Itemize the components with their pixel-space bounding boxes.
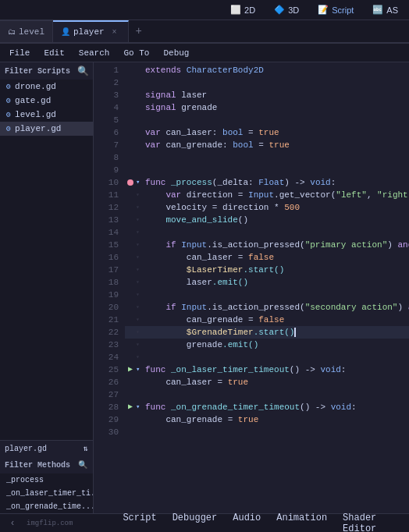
scripts-section: Filter Scripts 🔍 ⚙ drone.gd ⚙ gate.gd ⚙ … — [0, 62, 93, 440]
code-line-6: var can_laser: bool = true — [125, 126, 409, 139]
token-26-0: can_laser — [145, 378, 212, 387]
menu-edit[interactable]: Edit — [37, 47, 70, 59]
line-number-8: 8 — [97, 151, 119, 164]
code-line-23: ▾ grenade.emit() — [125, 339, 409, 351]
bottom-tab-debugger[interactable]: Debugger — [168, 511, 222, 533]
token-3-1: laser — [181, 90, 207, 100]
btn-2d[interactable]: ⬜ 2D — [226, 3, 260, 16]
tab-level[interactable]: 🗂 level — [0, 20, 53, 42]
token-1-1: CharacterBody2D — [187, 66, 264, 75]
fold-icon-11: ▾ — [136, 189, 145, 201]
token-28-3: void — [331, 403, 351, 412]
token-25-1: _on_laser_timer_timeout — [171, 365, 290, 374]
player-file-icon: ⚙ — [6, 124, 11, 133]
code-tokens-7: var can_grenade: bool = true — [145, 139, 290, 151]
line-number-17: 17 — [97, 264, 119, 276]
token-15-2: .is_action_pressed( — [207, 240, 304, 250]
menu-goto[interactable]: Go To — [117, 47, 155, 59]
token-25-2: () -> — [290, 365, 321, 374]
2d-icon: ⬜ — [230, 5, 241, 15]
bottom-tab-script[interactable]: Script — [118, 511, 161, 533]
bottom-tab-shader[interactable]: Shader Editor — [338, 511, 404, 533]
token-17-0 — [145, 265, 187, 275]
code-tokens-26: can_laser = true — [145, 376, 248, 388]
menu-search[interactable]: Search — [73, 47, 116, 59]
token-10-6: ) -> — [284, 178, 310, 187]
tab-player[interactable]: 👤 player × — [53, 20, 129, 42]
methods-sort-icon[interactable]: ⇅ — [84, 444, 88, 453]
menu-file[interactable]: File — [3, 47, 36, 59]
method-laser-timer[interactable]: _on_laser_timer_ti... — [0, 487, 93, 500]
code-line-16: ▾ can_laser = false — [125, 251, 409, 264]
scripts-header: Filter Scripts 🔍 — [0, 62, 93, 80]
code-line-8 — [125, 151, 409, 164]
line-number-20: 20 — [97, 301, 119, 314]
btn-script[interactable]: 📝 Script — [313, 3, 358, 16]
fold-icon-28[interactable]: ▾ — [136, 401, 145, 413]
token-23-1: .emit() — [222, 340, 258, 349]
code-tokens-4: signal grenade — [145, 101, 217, 114]
bottom-tab-audio[interactable]: Audio — [228, 511, 265, 533]
top-toolbar: ⬜ 2D 🔷 3D 📝 Script 🔤 AS — [0, 0, 409, 20]
sidebar-item-gate[interactable]: ⚙ gate.gd — [0, 94, 93, 108]
method-process[interactable]: _process — [0, 473, 93, 487]
fold-icon-13: ▾ — [136, 214, 145, 226]
watermark: imgflip.com — [23, 518, 76, 529]
token-25-4: : — [341, 365, 347, 374]
menu-bar: File Edit Search Go To Debug — [0, 44, 409, 62]
code-area[interactable]: 1234567891011121314151617181920212223242… — [94, 62, 409, 513]
token-21-1: = — [243, 315, 258, 325]
fold-icon-16: ▾ — [136, 251, 145, 264]
token-21-2: false — [258, 315, 284, 325]
line-number-9: 9 — [97, 164, 119, 176]
token-16-1: = — [233, 253, 248, 262]
btn-as[interactable]: 🔤 AS — [368, 3, 403, 16]
as-icon: 🔤 — [372, 5, 383, 15]
code-lines[interactable]: extends CharacterBody2Dsignal lasersigna… — [122, 62, 409, 513]
sidebar-item-player[interactable]: ⚙ player.gd — [0, 122, 93, 136]
code-line-17: ▾ $LaserTimer.start() — [125, 264, 409, 276]
token-28-4: : — [351, 403, 357, 412]
token-10-1: _process — [171, 178, 212, 187]
token-7-4: = — [254, 140, 269, 150]
token-28-1: _on_grenade_timer_timeout — [171, 403, 300, 412]
bottom-tab-animation[interactable]: Animation — [272, 511, 332, 533]
token-11-4: .get_vector( — [274, 190, 336, 200]
fold-icon-25[interactable]: ▾ — [136, 364, 145, 376]
btn-3d[interactable]: 🔷 3D — [269, 3, 304, 16]
line-number-28: 28 — [97, 401, 119, 413]
token-13-1: () — [238, 215, 248, 225]
token-26-1: = — [212, 378, 228, 387]
menu-debug[interactable]: Debug — [157, 47, 195, 59]
tab-close-button[interactable]: × — [109, 27, 120, 37]
line-marker-10 — [125, 179, 136, 186]
token-17-2: .start() — [243, 265, 284, 275]
token-23-0: grenade — [145, 340, 222, 349]
fold-icon-10[interactable]: ▾ — [136, 176, 145, 189]
code-content: 1234567891011121314151617181920212223242… — [94, 62, 409, 513]
code-line-9 — [125, 164, 409, 176]
code-tokens-12: velocity = direction * 500 — [145, 201, 300, 214]
code-line-30 — [125, 426, 409, 438]
token-7-0: var — [145, 140, 165, 150]
code-line-1: extends CharacterBody2D — [125, 64, 409, 76]
line-numbers: 1234567891011121314151617181920212223242… — [94, 62, 122, 513]
collapse-panel-button[interactable]: ‹ — [5, 516, 20, 531]
line-marker-25: ▶ — [125, 364, 136, 376]
scripts-search-icon[interactable]: 🔍 — [77, 66, 88, 76]
token-11-2: = — [233, 190, 248, 200]
line-number-14: 14 — [97, 226, 119, 239]
player-tab-icon: 👤 — [61, 27, 70, 37]
drone-file-label: drone.gd — [15, 82, 56, 91]
tab-add-button[interactable]: + — [129, 20, 149, 42]
code-line-21: ▾ can_grenade = false — [125, 314, 409, 326]
methods-search-icon[interactable]: 🔍 — [77, 459, 88, 470]
gate-file-icon: ⚙ — [6, 96, 11, 105]
code-tokens-10: func _process(_delta: Float) -> void: — [145, 176, 336, 189]
line-number-24: 24 — [97, 351, 119, 364]
sidebar-item-level[interactable]: ⚙ level.gd — [0, 108, 93, 122]
token-28-0: func — [145, 403, 171, 412]
sidebar-item-drone[interactable]: ⚙ drone.gd — [0, 80, 93, 94]
code-line-22: ▾ $GrenadeTimer.start() — [125, 326, 409, 339]
token-11-6: , — [367, 190, 377, 200]
